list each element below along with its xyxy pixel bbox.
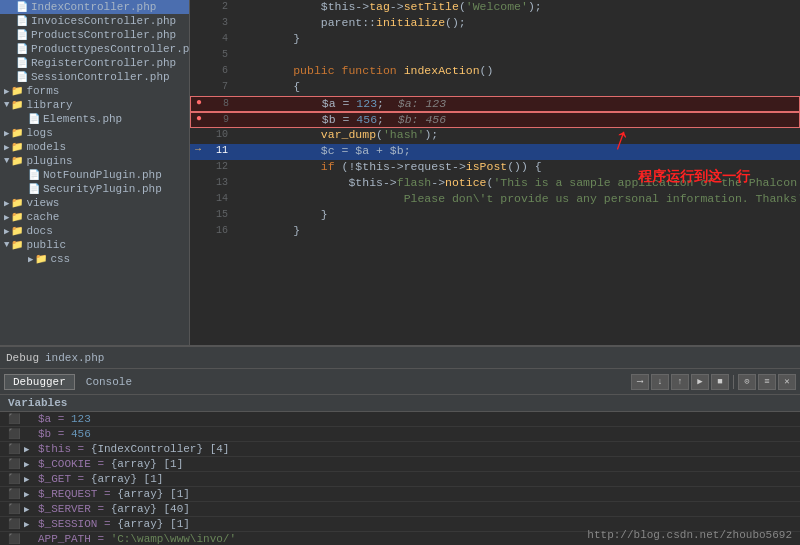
- line-number: 8: [207, 97, 235, 109]
- sidebar-label: IndexController.php: [31, 1, 156, 13]
- toolbar-step-out[interactable]: ↑: [671, 374, 689, 390]
- sidebar-item-plugins[interactable]: ▼ 📁 plugins: [0, 154, 189, 168]
- toolbar-separator: [733, 375, 734, 389]
- sidebar-label: logs: [26, 127, 52, 139]
- var-row-this[interactable]: ⬛ ▶ $this = {IndexController} [4]: [0, 442, 800, 457]
- line-number: 14: [206, 192, 234, 204]
- line-number: 3: [206, 16, 234, 28]
- gutter: →: [190, 144, 206, 155]
- folder-icon: 📁: [35, 253, 47, 265]
- sidebar-item-models[interactable]: ▶ 📁 models: [0, 140, 189, 154]
- sidebar-item-products[interactable]: 📄 ProductsController.php: [0, 28, 189, 42]
- line-content: }: [234, 224, 800, 237]
- line-number: 10: [206, 128, 234, 140]
- code-line: 5: [190, 48, 800, 64]
- expand-arrow: ▼: [4, 100, 9, 110]
- toolbar-breakpoints[interactable]: ⊙: [738, 374, 756, 390]
- folder-icon: 📁: [11, 239, 23, 251]
- file-icon: 📄: [28, 169, 40, 181]
- sidebar-label: InvoicesController.php: [31, 15, 176, 27]
- toolbar-run[interactable]: ▶: [691, 374, 709, 390]
- code-line: 6 public function indexAction(): [190, 64, 800, 80]
- sidebar-item-logs[interactable]: ▶ 📁 logs: [0, 126, 189, 140]
- sidebar-item-cache[interactable]: ▶ 📁 cache: [0, 210, 189, 224]
- debug-filename: index.php: [45, 352, 104, 364]
- toolbar-step-over[interactable]: ⟶: [631, 374, 649, 390]
- var-row-b[interactable]: ⬛ $b = 456: [0, 427, 800, 442]
- sidebar-label: NotFoundPlugin.php: [43, 169, 162, 181]
- sidebar-label: views: [26, 197, 59, 209]
- gutter: ●: [191, 97, 207, 108]
- file-icon: 📄: [16, 57, 28, 69]
- bottom-panel: Debug index.php Debugger Console ⟶ ↓ ↑ ▶…: [0, 345, 800, 545]
- var-name: $_REQUEST = {array} [1]: [38, 488, 218, 500]
- sidebar-item-producttypes[interactable]: 📄 ProducttypesController.php: [0, 42, 189, 56]
- line-number: 16: [206, 224, 234, 236]
- code-line: 14 Please don\'t provide us any personal…: [190, 192, 800, 208]
- folder-icon: 📁: [11, 85, 23, 97]
- annotation-text: 程序运行到这一行: [638, 168, 750, 186]
- var-row-a[interactable]: ⬛ $a = 123: [0, 412, 800, 427]
- sidebar-item-public[interactable]: ▼ 📁 public: [0, 238, 189, 252]
- sidebar-item-docs[interactable]: ▶ 📁 docs: [0, 224, 189, 238]
- folder-icon: 📁: [11, 211, 23, 223]
- code-line-a: ● 8 $a = 123; $a: 123: [190, 96, 800, 112]
- var-icon: ⬛: [8, 413, 20, 425]
- variables-panel: Variables ⬛ $a = 123 ⬛ $b = 456 ⬛ ▶ $thi…: [0, 395, 800, 545]
- file-icon: 📄: [16, 1, 28, 13]
- line-number: 11: [206, 144, 234, 156]
- sidebar-item-session[interactable]: 📄 SessionController.php: [0, 70, 189, 84]
- toolbar-more[interactable]: ≡: [758, 374, 776, 390]
- expand-arrow: ▶: [4, 128, 9, 139]
- sidebar-item-invoices[interactable]: 📄 InvoicesController.php: [0, 14, 189, 28]
- var-row-get[interactable]: ⬛ ▶ $_GET = {array} [1]: [0, 472, 800, 487]
- file-icon: 📄: [16, 71, 28, 83]
- sidebar-item-library[interactable]: ▼ 📁 library: [0, 98, 189, 112]
- line-content: $c = $a + $b;: [234, 144, 800, 157]
- sidebar-item-css[interactable]: ▶ 📁 css: [0, 252, 189, 266]
- sidebar-item-forms[interactable]: ▶ 📁 forms: [0, 84, 189, 98]
- toolbar-clear[interactable]: ✕: [778, 374, 796, 390]
- sidebar-item-notfound[interactable]: 📄 NotFoundPlugin.php: [0, 168, 189, 182]
- sidebar-label: Elements.php: [43, 113, 122, 125]
- sidebar-item-security[interactable]: 📄 SecurityPlugin.php: [0, 182, 189, 196]
- editor-container: 2 $this->tag->setTitle('Welcome'); 3 par…: [190, 0, 800, 345]
- code-line: 3 parent::initialize();: [190, 16, 800, 32]
- sidebar-item-elements[interactable]: 📄 Elements.php: [0, 112, 189, 126]
- code-editor[interactable]: 2 $this->tag->setTitle('Welcome'); 3 par…: [190, 0, 800, 345]
- tab-debugger[interactable]: Debugger: [4, 374, 75, 390]
- expand-arrow: ▼: [4, 156, 9, 166]
- folder-icon: 📁: [11, 155, 23, 167]
- folder-icon: 📁: [11, 225, 23, 237]
- var-name: $_SESSION = {array} [1]: [38, 518, 218, 530]
- var-row-server[interactable]: ⬛ ▶ $_SERVER = {array} [40]: [0, 502, 800, 517]
- var-icon: ⬛: [8, 473, 20, 485]
- line-number: 12: [206, 160, 234, 172]
- sidebar-item-register[interactable]: 📄 RegisterController.php: [0, 56, 189, 70]
- var-icon: ⬛: [8, 518, 20, 530]
- expand-arrow: ▶: [4, 212, 9, 223]
- line-number: 2: [206, 0, 234, 12]
- folder-icon: 📁: [11, 141, 23, 153]
- line-content: $a = 123; $a: 123: [235, 97, 799, 110]
- toolbar-step-into[interactable]: ↓: [651, 374, 669, 390]
- code-line: 15 }: [190, 208, 800, 224]
- line-content: }: [234, 208, 800, 221]
- expand-icon: ▶: [24, 474, 38, 485]
- var-row-request[interactable]: ⬛ ▶ $_REQUEST = {array} [1]: [0, 487, 800, 502]
- code-line: 7 {: [190, 80, 800, 96]
- var-name: $_GET = {array} [1]: [38, 473, 218, 485]
- sidebar: 📄 IndexController.php 📄 InvoicesControll…: [0, 0, 190, 345]
- line-number: 15: [206, 208, 234, 220]
- expand-icon: ▶: [24, 519, 38, 530]
- var-name: $this = {IndexController} [4]: [38, 443, 229, 455]
- sidebar-item-views[interactable]: ▶ 📁 views: [0, 196, 189, 210]
- tab-console[interactable]: Console: [77, 374, 141, 390]
- var-row-cookie[interactable]: ⬛ ▶ $_COOKIE = {array} [1]: [0, 457, 800, 472]
- sidebar-label: ProductsController.php: [31, 29, 176, 41]
- code-line-current: → 11 $c = $a + $b;: [190, 144, 800, 160]
- sidebar-item-index-controller[interactable]: 📄 IndexController.php: [0, 0, 189, 14]
- toolbar-stop[interactable]: ■: [711, 374, 729, 390]
- folder-icon: 📁: [11, 99, 23, 111]
- var-name: APP_PATH = 'C:\wamp\www\invo/': [38, 533, 236, 545]
